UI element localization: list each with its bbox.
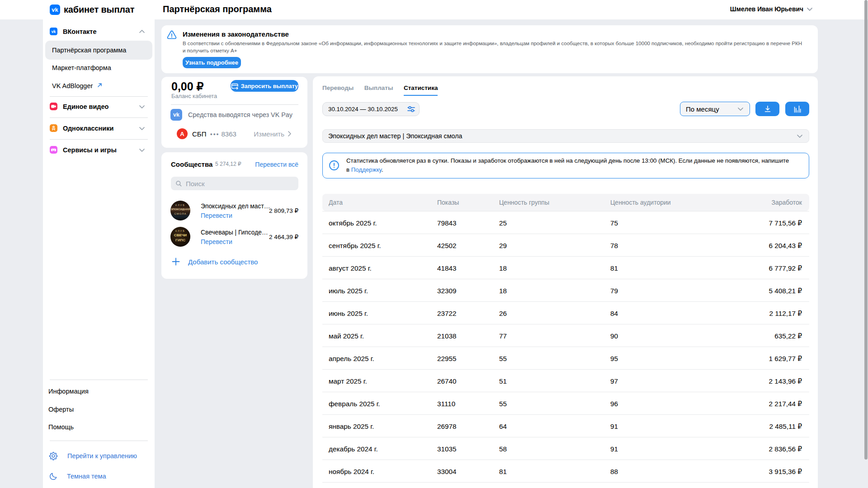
svg-text:vk: vk [52, 29, 56, 34]
